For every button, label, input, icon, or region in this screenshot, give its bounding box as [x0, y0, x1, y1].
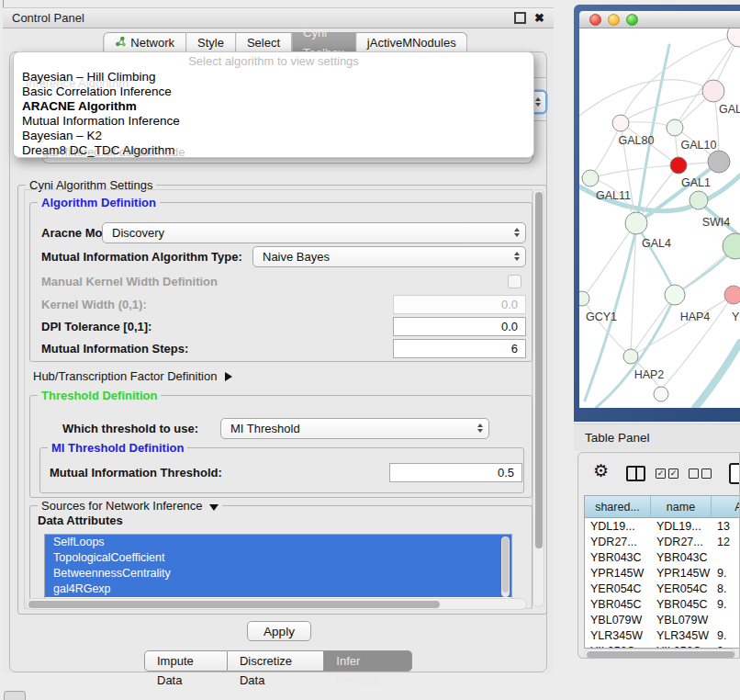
list-item[interactable]: gal4RGexp [45, 581, 511, 597]
close-icon[interactable]: ✖ [534, 12, 544, 24]
node-label-swi4: SWI4 [702, 216, 731, 229]
manual-kernel-label: Manual Kernel Width Definition [41, 275, 218, 288]
node-label-gal4: GAL4 [642, 237, 671, 250]
close-traffic-light-icon[interactable] [589, 14, 601, 26]
tab-infer-network[interactable]: Infer Network [324, 650, 412, 672]
dropdown-item-selected[interactable]: ARACNE Algorithm [14, 99, 533, 114]
network-node-gal11[interactable] [582, 170, 599, 186]
tab-label: jActiveMNodules [367, 33, 456, 53]
selected-value: Naive Bayes [263, 250, 330, 264]
network-node-gal80[interactable] [612, 115, 629, 131]
which-threshold-label: Which threshold to use: [62, 422, 198, 435]
dropdown-item[interactable]: Mutual Information Inference [14, 114, 533, 129]
table-row[interactable]: YDL19...YDL19...13 [585, 518, 740, 534]
split-columns-icon[interactable] [626, 466, 645, 481]
algorithm-dropdown: Select algorithm to view settings Bayesi… [13, 51, 534, 158]
screen: Control Panel ✖ Network Style Select Cyn… [0, 0, 740, 700]
group-title: Threshold Definition [38, 389, 161, 402]
selected-value: MI Threshold [230, 422, 300, 435]
kernel-width-label: Kernel Width (0,1): [41, 298, 147, 311]
mi-threshold-field[interactable]: 0.5 [389, 463, 522, 482]
which-threshold-select[interactable]: MI Threshold [220, 418, 489, 439]
table-row[interactable]: YPR145WYPR145W9. [585, 565, 740, 581]
list-item[interactable]: BetweennessCentrality [45, 566, 511, 581]
tab-label: Style [197, 33, 224, 53]
network-graph-icon [115, 33, 126, 53]
sources-toggle[interactable]: Sources for Network Inference [38, 499, 222, 513]
dropdown-item[interactable]: Bayesian – K2 [14, 129, 533, 143]
tab-discretize-data[interactable]: Discretize Data [228, 650, 324, 672]
settings-vscrollbar-thumb[interactable] [535, 192, 543, 548]
mi-threshold-label: Mutual Information Threshold: [50, 466, 222, 480]
network-node-gray[interactable] [708, 151, 730, 173]
column-header-partial[interactable]: A [712, 496, 740, 517]
hub-definition-toggle[interactable]: Hub/Transcription Factor Definition [33, 369, 232, 383]
tab-impute-data[interactable]: Impute Data [144, 650, 228, 672]
control-panel-title: Control Panel [12, 11, 84, 25]
aracne-mode-select[interactable]: Discovery [102, 222, 526, 243]
network-node-gcy1[interactable] [579, 291, 589, 306]
network-node-swi4[interactable] [690, 191, 708, 209]
select-all-checkboxes-icon[interactable]: ✓✓ [656, 469, 678, 479]
network-node-partial-top[interactable] [727, 28, 740, 47]
network-node-partial-bottom[interactable] [654, 387, 668, 401]
table-row[interactable]: YER054CYER054C8. [585, 581, 740, 596]
settings-vertical-scrollbar [533, 189, 544, 607]
stepper-up-icon [535, 97, 541, 101]
mi-type-label: Mutual Information Algorithm Type: [41, 250, 242, 264]
mi-threshold-definition-group: MI Threshold Definition Mutual Informati… [39, 447, 524, 493]
hub-definition-label: Hub/Transcription Factor Definition [33, 369, 217, 383]
node-label-gcy1: GCY1 [586, 310, 617, 323]
mi-steps-field[interactable]: 6 [393, 339, 526, 358]
manual-kernel-checkbox [508, 275, 521, 288]
table-row[interactable]: YDR27...YDR27...12 [585, 534, 740, 549]
list-item[interactable]: SelfLoops [45, 535, 511, 550]
window-buttons: ✖ [514, 12, 544, 24]
list-scrollbar-thumb[interactable] [502, 537, 509, 593]
settings-gear-icon[interactable]: ⚙ [593, 462, 609, 480]
algorithm-definition-group: Algorithm Definition Aracne Mode: Discov… [29, 202, 533, 362]
page-partial-icon[interactable] [729, 463, 740, 484]
node-label-hap4: HAP4 [680, 310, 711, 323]
zoom-traffic-light-icon[interactable] [626, 14, 638, 26]
apply-button[interactable]: Apply [247, 621, 311, 641]
table-panel-title: Table Panel [585, 431, 650, 445]
network-node-red-selected[interactable] [670, 157, 687, 174]
selected-value: Discovery [112, 226, 164, 240]
network-canvas[interactable]: GAL GAL80 GAL10 GAL1 GAL11 SWI4 GAL4 GCY… [579, 28, 740, 408]
table-row[interactable]: YBL079WYBL079W [585, 612, 740, 627]
data-attributes-list[interactable]: SelfLoops TopologicalCoefficient Between… [44, 534, 512, 602]
network-node-salmon[interactable] [724, 286, 740, 304]
network-node-hap4[interactable] [665, 285, 685, 305]
network-node-gal-partial[interactable] [702, 80, 724, 102]
mi-type-select[interactable]: Naive Bayes [252, 246, 526, 267]
column-header-shared-name[interactable]: shared... [585, 496, 651, 517]
node-label-gal-partial: GAL [719, 103, 740, 116]
deselect-checkboxes-icon[interactable] [689, 469, 712, 479]
expanded-arrow-icon [209, 504, 219, 511]
bottom-left-widget-fragment [4, 691, 26, 700]
network-graph: GAL GAL80 GAL10 GAL1 GAL11 SWI4 GAL4 GCY… [579, 28, 740, 408]
network-node-hap2[interactable] [623, 349, 638, 364]
table-row[interactable]: YBR045CYBR045C9. [585, 596, 740, 612]
node-label-gal80: GAL80 [619, 134, 655, 147]
table-row[interactable]: YBR043CYBR043C [585, 549, 740, 565]
sources-title: Sources for Network Inference [41, 499, 203, 513]
table-header-row: shared... name A [585, 496, 740, 518]
node-attribute-table: shared... name A YDL19...YDL19...13 YDR2… [584, 495, 740, 649]
table-hscrollbar-thumb[interactable] [587, 651, 734, 658]
network-view-frame[interactable]: GAL GAL80 GAL10 GAL1 GAL11 SWI4 GAL4 GCY… [574, 5, 740, 422]
minimize-traffic-light-icon[interactable] [608, 14, 620, 26]
dropdown-placeholder: Select algorithm to view settings [14, 52, 533, 70]
group-title: Algorithm Definition [38, 196, 160, 209]
float-window-icon[interactable] [514, 12, 526, 24]
tab-label: Network [130, 33, 174, 53]
column-header-name[interactable]: name [651, 496, 712, 517]
node-labels: GAL GAL80 GAL10 GAL1 GAL11 SWI4 GAL4 GCY… [586, 103, 740, 381]
network-node-gal10[interactable] [667, 119, 683, 136]
network-node-gal4[interactable] [625, 212, 647, 234]
list-item[interactable]: TopologicalCoefficient [45, 550, 511, 566]
table-row[interactable]: YLR345WYLR345W9. [585, 627, 740, 643]
dpi-tolerance-field[interactable]: 0.0 [393, 317, 526, 336]
settings-hscrollbar-thumb[interactable] [28, 601, 440, 608]
